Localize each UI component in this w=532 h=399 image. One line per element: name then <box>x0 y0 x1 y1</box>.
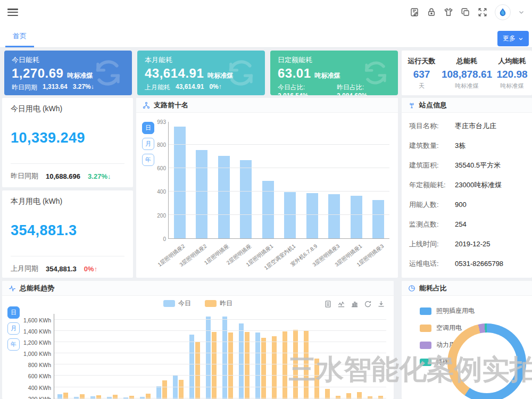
bar-昨日 <box>113 395 118 399</box>
legend-item-today[interactable]: 今日 <box>163 299 191 308</box>
panel-title: 站点信息 <box>419 101 447 110</box>
recycle-icon <box>92 56 124 89</box>
line-chart-icon[interactable] <box>337 300 345 308</box>
trend-legend: 今日 昨日 <box>163 299 232 308</box>
kpi-sub-label: 昨日同期 <box>12 83 37 92</box>
download-icon[interactable] <box>377 300 385 308</box>
bar <box>240 160 252 238</box>
antenna-icon <box>408 102 415 109</box>
row-label: 上线时间: <box>409 239 455 249</box>
menu-icon[interactable] <box>7 9 18 16</box>
chevron-down-icon[interactable] <box>518 9 525 15</box>
bar-昨日 <box>261 338 266 399</box>
kpi-sub-value: 1,313.64 <box>43 83 68 92</box>
row-value: 0531-82665798 <box>455 260 503 268</box>
bar-昨日 <box>96 395 101 399</box>
kpi-value: 43,614.91 <box>145 66 204 81</box>
fullscreen-icon[interactable] <box>478 7 487 17</box>
gridline <box>54 353 386 353</box>
y-axis-tick: 800 KWh <box>4 362 51 368</box>
compare-value: 354,881.3 <box>46 265 77 273</box>
gridline <box>54 319 386 320</box>
stat-running-days: 运行天数 637 天 <box>402 56 442 90</box>
bar-昨日 <box>162 380 167 399</box>
avatar[interactable] <box>495 4 511 20</box>
period-button-year[interactable]: 年 <box>142 154 154 166</box>
kpi-unit: 吨标准煤 <box>315 71 340 80</box>
row-label: 建筑面积: <box>409 161 455 170</box>
kpi-sub-value: 43,614.91 <box>176 83 204 92</box>
site-info-row: 运维电话:0531-82665798 <box>409 254 525 273</box>
panel-title: 总能耗趋势 <box>20 284 54 293</box>
org-chart-icon <box>143 102 150 109</box>
branch-top10-panel: 支路前十名 日月年 9938006004002000 1层照明插座23层照明插座… <box>136 98 398 278</box>
site-info-row: 建筑面积:35540.5平方米 <box>409 155 525 175</box>
gridline <box>169 191 389 192</box>
kpi-unit: 吨标准煤 <box>67 71 93 80</box>
legend-label: 昨日 <box>220 299 232 308</box>
pie-chart-icon <box>408 285 415 292</box>
row-label: 建筑数量: <box>409 141 455 151</box>
compare-value: 10,688.696 <box>46 172 80 180</box>
row-label: 用能人数: <box>409 200 455 210</box>
stat-unit: 吨标准煤 <box>442 82 492 90</box>
bar <box>351 196 362 238</box>
row-value: 3栋 <box>455 141 466 151</box>
y-axis-tick: 993 <box>138 119 166 125</box>
row-value: 254 <box>455 220 467 228</box>
refresh-icon[interactable] <box>364 300 372 308</box>
bar-昨日 <box>378 396 383 399</box>
y-axis-tick: 600 <box>138 165 166 171</box>
stat-label: 人均能耗 <box>492 56 532 66</box>
gridline <box>169 168 389 168</box>
data-view-icon[interactable] <box>324 300 332 308</box>
card-value: 354,881.3 <box>11 222 124 239</box>
more-button-label: 更多 <box>503 34 516 43</box>
kpi-sub1-value: 2,016.54% <box>278 92 308 95</box>
bar-昨日 <box>336 396 340 399</box>
month-electricity-card: 本月用电 (kWh) 354,881.3 上月同期 354,881.3 0%↑ <box>2 190 133 278</box>
legend-label: 空调用电 <box>436 323 462 332</box>
stat-label: 运行天数 <box>402 56 442 66</box>
bar-昨日 <box>195 342 200 399</box>
y-axis-tick: 800 <box>138 142 166 148</box>
site-info-row: 上线时间:2019-12-25 <box>409 234 525 254</box>
panel-title: 能耗占比 <box>419 284 447 293</box>
bar-chart-icon[interactable] <box>351 300 359 308</box>
copy-icon[interactable] <box>461 7 470 17</box>
lock-icon[interactable] <box>427 7 436 17</box>
bar-今日 <box>239 323 244 399</box>
more-button[interactable]: 更多 <box>497 31 529 46</box>
row-label: 监测点数: <box>409 220 455 229</box>
bar-昨日 <box>272 336 277 399</box>
bar-昨日 <box>304 330 309 399</box>
y-axis-tick: 0 <box>138 236 166 242</box>
app-header <box>0 0 532 24</box>
maintenance-icon[interactable] <box>410 7 419 17</box>
recycle-icon <box>361 58 390 88</box>
bar <box>196 150 207 239</box>
legend-swatch <box>420 342 431 349</box>
card-title: 今日用电 (kWh) <box>11 104 124 114</box>
kpi-card-month-energy: 本月能耗 43,614.91吨标准煤 上月能耗43,614.910%↑ <box>137 51 265 95</box>
stat-per-capita-energy: 人均能耗 120.98 吨标准煤 <box>492 56 532 90</box>
kpi-sub-label: 上月能耗 <box>145 83 170 92</box>
kpi-sub-delta: 3.27%↓ <box>73 83 94 92</box>
kpi-card-today-energy: 今日能耗 1,270.69吨标准煤 昨日同期1,313.643.27%↓ <box>4 51 132 95</box>
kpi-sub2-value: 2,084.69% <box>337 92 367 95</box>
theme-shirt-icon[interactable] <box>444 7 453 17</box>
site-info-row: 建筑数量:3栋 <box>409 136 525 155</box>
bar <box>306 193 318 238</box>
site-info-row: 用能人数:900 <box>409 195 525 214</box>
legend-item[interactable]: 照明插座用电 <box>420 306 475 315</box>
kpi-sub-delta: 0%↑ <box>209 83 221 92</box>
stat-value: 120.98 <box>492 69 532 80</box>
legend-item-yesterday[interactable]: 昨日 <box>205 299 232 308</box>
bar-今日 <box>156 386 161 399</box>
kpi-sub1-label: 今日占比: <box>278 84 305 91</box>
bar <box>262 181 274 238</box>
row-value: 枣庄市台儿庄 <box>455 121 496 131</box>
tab-home[interactable]: 首页 <box>5 24 34 47</box>
y-axis-tick: 1,000 KWh <box>4 351 51 357</box>
row-value: 23000吨标准煤 <box>455 180 502 190</box>
